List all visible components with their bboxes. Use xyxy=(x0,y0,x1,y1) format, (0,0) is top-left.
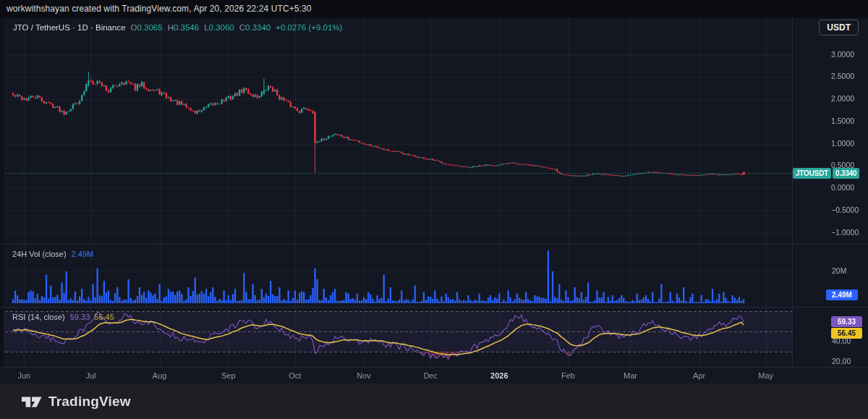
rsi-indicator-label: RSI (14, close) xyxy=(12,313,65,321)
price-axis-tick: 1.0000 xyxy=(831,139,854,148)
time-axis-label: Dec xyxy=(423,371,438,380)
rsi-indicator-legend[interactable]: RSI (14, close)59.3356.45 xyxy=(12,313,114,321)
change-value: +0.0276 (+9.01%) xyxy=(276,23,342,32)
time-axis-label: Mar xyxy=(624,371,637,380)
time-axis-label: May xyxy=(758,371,773,380)
time-axis-label: Apr xyxy=(693,371,705,380)
volume-scale-tick: 20M xyxy=(832,266,846,275)
footer-bar: TradingView xyxy=(0,384,868,419)
tradingview-logo-icon[interactable] xyxy=(22,393,42,410)
rsi-scale-tick-40: 40.00 xyxy=(832,337,851,345)
volume-indicator-value: 2.49M xyxy=(72,250,94,258)
price-axis-tick: 3.0000 xyxy=(831,50,854,59)
last-volume-badge: 2.49M xyxy=(826,289,858,300)
time-axis-label: Feb xyxy=(561,371,575,380)
rsi-ma-value: 56.45 xyxy=(94,313,114,321)
volume-indicator-label: 24H Vol (close) xyxy=(12,250,67,258)
price-axis-tick: 0.0000 xyxy=(831,183,854,192)
ohlc-high-value: 0.3546 xyxy=(174,23,199,32)
price-axis-tick: 1.5000 xyxy=(831,117,854,125)
ohlc-open-value: 0.3065 xyxy=(137,23,162,32)
ohlc-high-label: H xyxy=(168,23,174,32)
rsi-scale-tick-20: 20.00 xyxy=(832,357,851,365)
time-axis[interactable]: JunJulAugSepOctNovDec2026FebMarAprMay xyxy=(0,368,868,384)
ohlc-close-label: C xyxy=(239,23,245,32)
symbol-title[interactable]: JTO / TetherUS · 1D · Binance xyxy=(13,23,126,32)
chart-canvas[interactable] xyxy=(0,18,792,384)
pane-separator-volume-rsi[interactable] xyxy=(0,307,868,308)
time-axis-label: Aug xyxy=(153,371,167,380)
time-axis-label: 2026 xyxy=(490,371,508,380)
price-axis-tick: 2.5000 xyxy=(831,72,854,80)
time-axis-label: Sep xyxy=(221,371,236,380)
time-axis-label: Nov xyxy=(357,371,371,380)
pane-separator-price-volume[interactable] xyxy=(0,244,868,245)
last-price-badge: JTOUSDT 0.3340 xyxy=(793,168,859,179)
tradingview-snapshot: workwithshayan created with TradingView.… xyxy=(0,0,868,419)
chart-left-edge xyxy=(0,18,4,367)
attribution-bar: workwithshayan created with TradingView.… xyxy=(0,0,868,18)
ohlc-close-value: 0.3340 xyxy=(245,23,271,32)
tradingview-logo-text[interactable]: TradingView xyxy=(48,394,131,410)
price-axis-tick: −0.5000 xyxy=(831,206,859,214)
price-scale[interactable]: 3.00002.50002.00001.50001.00000.50000.00… xyxy=(792,18,868,368)
ohlc-low-value: 0.3060 xyxy=(209,23,234,32)
price-axis-tick: −1.0000 xyxy=(831,228,859,237)
rsi-value-badge: 59.33 xyxy=(831,316,862,327)
time-axis-label: Jun xyxy=(17,371,30,380)
last-price-symbol: JTOUSDT xyxy=(793,168,831,179)
attribution-text: workwithshayan created with TradingView.… xyxy=(7,4,312,14)
time-axis-label: Jul xyxy=(85,371,95,380)
volume-indicator-legend[interactable]: 24H Vol (close)2.49M xyxy=(12,250,93,258)
last-price-value: 0.3340 xyxy=(833,168,859,179)
price-axis-tick: 2.0000 xyxy=(831,94,854,103)
rsi-value: 59.33 xyxy=(70,313,90,321)
time-axis-label: Oct xyxy=(289,371,301,380)
symbol-legend[interactable]: JTO / TetherUS · 1D · BinanceO0.3065H0.3… xyxy=(13,23,342,32)
